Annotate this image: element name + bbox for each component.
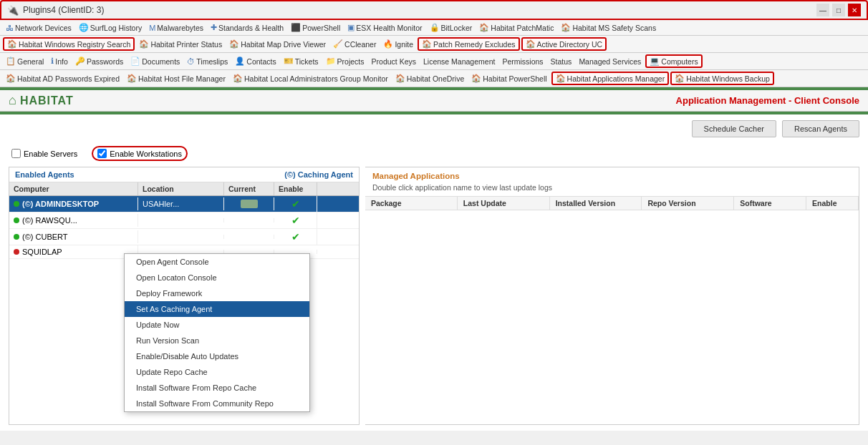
toolbar-item-active-directory[interactable]: 🏠Active Directory UC (521, 37, 607, 51)
enable-workstations-label[interactable]: Enable Workstations (92, 146, 188, 161)
status-dot-cubert (14, 234, 19, 240)
toolbar-item-hab-printer[interactable]: 🏠Habitat Printer Status (136, 39, 225, 49)
toolbar-icon-ccleaner: 🧹 (333, 39, 343, 49)
title-bar-left: 🔌 Plugins4 (ClientID: 3) (7, 5, 104, 16)
toolbar-label-license-mgmt: License Management (423, 57, 495, 66)
toolbar-item-standards-health[interactable]: ✚Standards & Health (208, 22, 286, 33)
toolbar-label-contacts: Contacts (246, 57, 276, 66)
toolbar-label-habitat-patchmatic: Habitat PatchMatic (491, 24, 554, 32)
toolbar-item-product-keys[interactable]: Product Keys (369, 57, 419, 67)
toolbar-label-ignite: Ignite (395, 40, 413, 49)
left-panel: Enabled Agents (©) Caching Agent Compute… (9, 167, 360, 425)
toolbar-item-ignite[interactable]: 🔥Ignite (380, 39, 416, 49)
toolbar-item-hab-powershell[interactable]: 🏠Habitat PowerShell (468, 73, 549, 84)
toolbar-item-esx-health[interactable]: ▣ESX Health Monitor (344, 22, 425, 33)
ctx-item-open-location[interactable]: Open Locaton Console (125, 270, 309, 285)
td-enable-admindesktop: ✔ (274, 196, 317, 212)
td-location-rawsqu (138, 218, 224, 222)
toolbar-item-info[interactable]: ℹInfo (48, 56, 71, 67)
toolbar-item-contacts[interactable]: 👤Contacts (232, 56, 279, 67)
action-buttons-row: Schedule Cacher Rescan Agents (0, 114, 868, 143)
toolbar-item-passwords[interactable]: 🔑Passwords (72, 56, 126, 67)
ctx-item-set-caching[interactable]: Set As Caching Agent (125, 301, 309, 317)
toolbar-row-3: 📋GeneralℹInfo🔑Passwords📄Documents⏱Timesl… (0, 53, 868, 70)
enable-check-admindesktop: ✔ (291, 198, 300, 210)
toolbar-item-timeslips[interactable]: ⏱Timeslips (184, 57, 231, 67)
toolbar-label-esx-health: ESX Health Monitor (356, 24, 422, 32)
context-menu: Open Agent ConsoleOpen Locaton ConsoleDe… (124, 253, 310, 412)
panels-row: Enabled Agents (©) Caching Agent Compute… (0, 167, 868, 431)
close-button[interactable]: ✕ (848, 4, 861, 16)
checkboxes-row: Enable Servers Enable Workstations (0, 143, 868, 167)
minimize-button[interactable]: — (816, 4, 829, 16)
toolbar-item-patch-remedy[interactable]: 🏠Patch Remedy Excludes (418, 37, 519, 51)
toolbar-label-permissions: Permissions (502, 57, 543, 66)
toolbar-item-managed-services[interactable]: Managed Services (576, 57, 644, 67)
toolbar-item-hab-apps-manager[interactable]: 🏠Habitat Applications Manager (551, 72, 670, 85)
enabled-agents-title: Enabled Agents (15, 170, 74, 179)
ctx-item-install-software-repo[interactable]: Install Software From Repo Cache (125, 380, 309, 396)
ctx-item-update-repo-cache[interactable]: Update Repo Cache (125, 364, 309, 380)
toolbar-item-documents[interactable]: 📄Documents (127, 56, 183, 67)
toolbar-icon-info: ℹ (51, 57, 54, 66)
toolbar-label-hab-local-admin: Habitat Local Administrators Group Monit… (244, 74, 388, 83)
toolbar-icon-contacts: 👤 (235, 57, 245, 66)
toolbar-item-status[interactable]: Status (548, 57, 575, 67)
toolbar-item-bitlocker[interactable]: 🔒BitLocker (427, 22, 476, 33)
schedule-cacher-button[interactable]: Schedule Cacher (692, 120, 776, 137)
toolbar-item-hab-ad-passwords[interactable]: 🏠Habitat AD Passwords Expired (3, 73, 122, 84)
computer-name-admindesktop: (©) ADMINDESKTOP (22, 200, 99, 208)
td-current-rawsqu (224, 218, 274, 222)
enable-servers-label[interactable]: Enable Servers (11, 149, 77, 158)
toolbar-item-malwarebytes[interactable]: MMalwarebytes (146, 23, 206, 33)
toolbar-item-computers[interactable]: 💻Computers (645, 54, 702, 68)
col-current: Current (224, 182, 274, 195)
toolbar-item-hab-win-reg[interactable]: 🏠Habitat Windows Registry Search (3, 37, 135, 51)
toolbar-icon-malwarebytes: M (149, 24, 155, 32)
managed-apps-title: Managed Applications (365, 167, 859, 182)
habitat-logo-text: HABITAT (20, 94, 74, 107)
toolbar-item-hab-local-admin[interactable]: 🏠Habitat Local Administrators Group Moni… (230, 73, 391, 84)
ctx-item-open-agent[interactable]: Open Agent Console (125, 254, 309, 270)
toolbar-item-license-mgmt[interactable]: License Management (420, 57, 498, 67)
toolbar-item-hab-onedrive[interactable]: 🏠Habitat OneDrive (392, 73, 468, 84)
toolbar-item-ccleaner[interactable]: 🧹CCleaner (330, 39, 379, 49)
agents-table-header: Computer Location Current Enable (9, 182, 359, 196)
toolbar-label-documents: Documents (142, 57, 180, 66)
ctx-item-run-version-scan[interactable]: Run Version Scan (125, 333, 309, 348)
ctx-item-enable-disable-auto[interactable]: Enable/Disable Auto Updates (125, 348, 309, 364)
table-row[interactable]: (©) CUBERT✔ (9, 229, 359, 245)
toolbar-item-network-devices[interactable]: 🖧Network Devices (3, 23, 74, 33)
toolbar-item-habitat-ms-safety[interactable]: 🏠Habitat MS Safety Scans (558, 22, 659, 33)
toolbar-icon-timeslips: ⏱ (187, 57, 195, 66)
toolbar-item-permissions[interactable]: Permissions (499, 57, 546, 67)
toolbar-label-malwarebytes: Malwarebytes (157, 24, 203, 32)
ctx-item-update-now[interactable]: Update Now (125, 317, 309, 333)
toolbar-item-hab-win-backup[interactable]: 🏠Habitat Windows Backup (670, 72, 774, 85)
toolbar-label-hab-ad-passwords: Habitat AD Passwords Expired (17, 74, 120, 83)
toolbar-item-habitat-patchmatic[interactable]: 🏠Habitat PatchMatic (476, 22, 556, 33)
enable-servers-checkbox[interactable] (11, 149, 21, 158)
toolbar-icon-hab-win-reg: 🏠 (7, 39, 17, 49)
toolbar-label-managed-services: Managed Services (579, 57, 641, 66)
toolbar-item-hab-host-file[interactable]: 🏠Habitat Host File Manager (124, 73, 228, 84)
toolbar-label-product-keys: Product Keys (372, 57, 416, 66)
toolbar-item-projects[interactable]: 📁Projects (323, 56, 367, 67)
toolbar-item-general[interactable]: 📋General (3, 56, 47, 67)
ctx-item-deploy-framework[interactable]: Deploy Framework (125, 285, 309, 301)
toolbar-item-surflog-history[interactable]: 🌐SurfLog History (76, 22, 145, 33)
toolbar-label-hab-onedrive: Habitat OneDrive (407, 74, 465, 83)
mth-installed: Installed Version (550, 197, 642, 210)
toolbar-item-powershell[interactable]: ⬛PowerShell (288, 22, 343, 33)
table-row[interactable]: (©) RAWSQU...✔ (9, 212, 359, 229)
maximize-button[interactable]: □ (832, 4, 845, 16)
table-row[interactable]: (©) ADMINDESKTOPUSAHler...✔ (9, 196, 359, 212)
toolbar-icon-hab-apps-manager: 🏠 (556, 74, 566, 83)
enable-workstations-checkbox[interactable] (97, 149, 107, 158)
toolbar-item-hab-map-drive[interactable]: 🏠Habitat Map Drive Viewer (226, 39, 329, 49)
toolbar-item-tickets[interactable]: 🎫Tickets (281, 56, 322, 67)
ctx-item-install-software-community[interactable]: Install Software From Community Repo (125, 396, 309, 411)
toolbar-icon-hab-onedrive: 🏠 (395, 74, 405, 83)
toolbar-label-general: General (17, 57, 44, 66)
rescan-agents-button[interactable]: Rescan Agents (782, 120, 859, 137)
